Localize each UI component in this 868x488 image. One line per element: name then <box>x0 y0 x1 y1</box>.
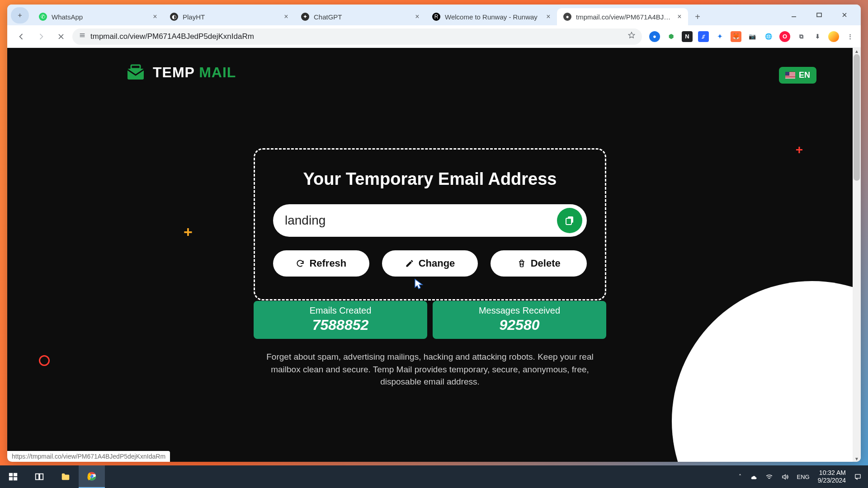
page-viewport: TEMP MAIL EN + + Your Temporary Email Ad… <box>7 48 861 462</box>
tab-close-icon[interactable]: × <box>282 13 290 21</box>
address-bar[interactable]: tmpmail.co/view/PM671A4BJedP5dejKxnIdaRm <box>72 28 642 45</box>
site-logo[interactable]: TEMP MAIL <box>125 63 236 81</box>
start-button[interactable] <box>0 465 26 488</box>
flag-us-icon <box>785 72 795 79</box>
extensions-puzzle-icon[interactable]: ✦ <box>714 31 725 42</box>
logo-text: TEMP MAIL <box>153 64 236 81</box>
tab-close-icon[interactable]: × <box>413 13 421 21</box>
mouse-cursor-icon <box>414 278 424 292</box>
notifications-icon[interactable] <box>854 473 862 481</box>
svg-rect-2 <box>131 65 140 69</box>
scroll-up-icon[interactable]: ▲ <box>853 48 861 54</box>
ext-icon[interactable]: ● <box>649 31 660 42</box>
stat-emails-created: Emails Created 7588852 <box>254 301 427 339</box>
decorative-circle-icon <box>39 355 50 366</box>
ext-icon[interactable]: ⧉ <box>796 31 807 42</box>
logo-mark-icon <box>125 63 146 81</box>
browser-tab[interactable]: ✦ChatGPT× <box>295 8 426 25</box>
browser-tab[interactable]: ●tmpmail.co/view/PM671A4BJe…× <box>557 8 688 25</box>
window-maximize[interactable] <box>807 7 832 23</box>
browser-tab[interactable]: ◐PlayHT× <box>164 8 295 25</box>
svg-rect-0 <box>817 13 821 17</box>
tab-title: Welcome to Runway - Runway <box>445 13 540 21</box>
language-selector[interactable]: EN <box>779 67 816 84</box>
decorative-curve <box>672 281 861 462</box>
decorative-plus-icon: + <box>184 223 193 241</box>
browser-window: ✆WhatsApp×◐PlayHT×✦ChatGPT×RWelcome to R… <box>7 5 861 462</box>
email-input[interactable] <box>285 213 557 228</box>
svg-rect-5 <box>9 473 13 476</box>
browser-tab[interactable]: ✆WhatsApp× <box>33 8 164 25</box>
tray-overflow-icon[interactable]: ˄ <box>739 474 741 480</box>
taskbar: ˄ ENG 10:32 AM 9/23/2024 <box>0 465 868 488</box>
tab-close-icon[interactable]: × <box>151 13 159 21</box>
tab-close-icon[interactable]: × <box>544 13 552 21</box>
tab-title: ChatGPT <box>314 13 409 21</box>
nav-forward[interactable] <box>33 28 50 45</box>
window-close[interactable] <box>832 7 857 23</box>
new-tab-button[interactable]: + <box>690 9 705 24</box>
tab-favicon: ◐ <box>170 13 178 21</box>
ext-icon[interactable]: 📷 <box>747 31 758 42</box>
scrollbar[interactable]: ▲ ▼ <box>853 48 861 462</box>
bookmark-star-icon[interactable] <box>627 31 636 42</box>
ext-icon[interactable]: ⎎ <box>698 31 709 42</box>
profile-avatar[interactable] <box>828 31 839 42</box>
browser-tab[interactable]: RWelcome to Runway - Runway× <box>426 8 557 25</box>
tab-close-icon[interactable]: × <box>675 13 684 21</box>
change-button[interactable]: Change <box>382 250 478 277</box>
status-bar-link: https://tmpmail.co/view/PM671A4BJedP5dej… <box>7 451 170 462</box>
scroll-down-icon[interactable]: ▼ <box>853 455 861 462</box>
delete-button[interactable]: Delete <box>491 250 587 277</box>
site-info-icon[interactable] <box>79 32 86 41</box>
tab-search-button[interactable] <box>11 7 29 23</box>
stats-row: Emails Created 7588852 Messages Received… <box>254 301 606 339</box>
tray-clock[interactable]: 10:32 AM 9/23/2024 <box>818 469 846 484</box>
tab-title: tmpmail.co/view/PM671A4BJe… <box>576 13 671 21</box>
copy-icon <box>564 215 575 226</box>
svg-rect-7 <box>9 477 13 480</box>
trash-icon <box>517 259 526 268</box>
onedrive-icon[interactable] <box>750 473 757 481</box>
tab-title: WhatsApp <box>52 13 146 21</box>
refresh-button[interactable]: Refresh <box>273 250 369 277</box>
taskbar-chrome[interactable] <box>79 465 105 488</box>
nav-stop[interactable] <box>52 28 70 45</box>
svg-rect-4 <box>566 218 571 225</box>
card-title: Your Temporary Email Address <box>273 169 587 189</box>
language-code: EN <box>799 70 810 80</box>
nav-back[interactable] <box>13 28 30 45</box>
scrollbar-thumb[interactable] <box>854 54 860 181</box>
tab-strip: ✆WhatsApp×◐PlayHT×✦ChatGPT×RWelcome to R… <box>7 5 861 25</box>
volume-icon[interactable] <box>781 473 789 481</box>
action-buttons: Refresh Change Delete <box>273 250 587 277</box>
copy-button[interactable] <box>557 208 582 233</box>
svg-rect-13 <box>855 474 860 478</box>
tab-favicon: ✦ <box>301 13 309 21</box>
stat-label: Messages Received <box>433 305 606 316</box>
stat-messages-received: Messages Received 92580 <box>433 301 606 339</box>
ext-icon[interactable]: 🦊 <box>731 31 741 42</box>
decorative-plus-icon: + <box>796 143 803 157</box>
extension-icons: ● ⬢ N ⎎ ✦ 🦊 📷 🌐 O ⧉ ⬇ ⋮ <box>645 31 855 42</box>
ext-icon[interactable]: 🌐 <box>763 31 774 42</box>
svg-rect-6 <box>14 473 17 476</box>
downloads-icon[interactable]: ⬇ <box>812 31 823 42</box>
ext-icon[interactable]: ⬢ <box>665 31 676 42</box>
stat-value: 7588852 <box>254 317 427 333</box>
wifi-icon[interactable] <box>765 473 773 481</box>
stat-value: 92580 <box>433 317 606 333</box>
tray-language[interactable]: ENG <box>797 474 810 480</box>
stat-label: Emails Created <box>254 305 427 316</box>
system-tray: ˄ ENG 10:32 AM 9/23/2024 <box>739 469 868 484</box>
ext-icon[interactable]: O <box>779 31 790 42</box>
taskbar-file-explorer[interactable] <box>52 465 79 488</box>
email-card: Your Temporary Email Address Refresh Cha… <box>254 148 606 300</box>
window-minimize[interactable] <box>781 7 807 23</box>
description-text: Forget about spam, advertising mailings,… <box>258 351 602 388</box>
svg-rect-9 <box>36 474 39 480</box>
tab-favicon: ✆ <box>39 13 47 21</box>
ext-icon[interactable]: N <box>682 31 693 42</box>
chrome-menu-icon[interactable]: ⋮ <box>844 31 855 42</box>
task-view-button[interactable] <box>26 465 52 488</box>
